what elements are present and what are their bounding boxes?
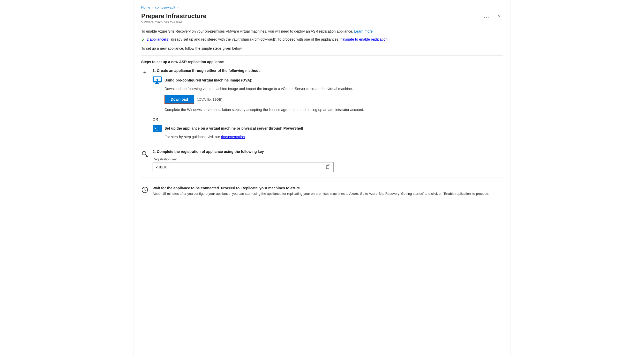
copy-key-button[interactable] — [323, 162, 333, 172]
method-ps-block: >_ Set up the appliance on a virtual mac… — [153, 124, 503, 140]
success-row: ✔ 2 appliance(s) already set up and regi… — [141, 37, 503, 43]
step-1-icon: + — [141, 69, 148, 76]
method-ova-title: Using pre-configured virtual machine ima… — [164, 78, 252, 82]
copy-icon — [326, 165, 330, 169]
breadcrumb-home[interactable]: Home — [141, 5, 150, 9]
prepare-infrastructure-panel: Home > contoso-vault > Prepare Infrastru… — [133, 0, 511, 357]
main-info-text: To enable Azure Site Recovery on your on… — [141, 29, 503, 34]
success-middle: already set up and registered with the v… — [169, 37, 340, 41]
documentation-link[interactable]: documentation — [221, 135, 245, 139]
step-1-heading: 1: Create an appliance through either of… — [153, 69, 503, 73]
wait-content: Wait for the appliance to be connected. … — [153, 186, 503, 196]
method-ova-desc: Download the following virtual machine i… — [164, 86, 503, 92]
svg-rect-2 — [156, 82, 158, 83]
install-note: Complete the Windows server installation… — [164, 107, 503, 113]
main-info-span: To enable Azure Site Recovery on your on… — [141, 29, 353, 33]
more-options-button[interactable]: ... — [482, 12, 491, 20]
step-1-content: 1: Create an appliance through either of… — [153, 69, 503, 144]
navigate-link[interactable]: navigate to enable replication. — [340, 37, 388, 41]
key-icon-container — [141, 150, 148, 157]
breadcrumb-vault[interactable]: contoso-vault — [155, 5, 175, 9]
success-text: 2 appliance(s) already set up and regist… — [147, 37, 388, 42]
page-subtitle: VMware machines to Azure — [141, 20, 482, 24]
method-ova-header: Using pre-configured virtual machine ima… — [153, 76, 503, 84]
panel-body: To enable Azure Site Recovery on your on… — [141, 29, 503, 196]
learn-more-link[interactable]: Learn more — [354, 29, 373, 33]
check-icon: ✔ — [141, 37, 145, 43]
setup-text: To set up a new appliance, follow the si… — [141, 46, 503, 51]
method-ps-desc: For step-by-step guidance visit our docu… — [164, 134, 503, 140]
wait-section: Wait for the appliance to be connected. … — [141, 182, 503, 196]
download-note: (.OVA file, 12GB) — [197, 98, 222, 101]
appliances-link[interactable]: 2 appliance(s) — [147, 37, 169, 41]
svg-rect-12 — [326, 166, 329, 169]
ps-desc-text: For step-by-step guidance visit our — [164, 135, 221, 139]
method-ps-header: >_ Set up the appliance on a virtual mac… — [153, 124, 503, 132]
step-2-row: 2: Complete the registration of applianc… — [141, 150, 503, 172]
divider-1 — [141, 55, 503, 56]
download-button[interactable]: Download — [164, 95, 194, 104]
divider-2 — [141, 177, 503, 177]
key-section: Registration key — [153, 157, 503, 172]
steps-heading: Steps to set up a new ASR replication ap… — [141, 60, 503, 64]
breadcrumb-sep1: > — [152, 6, 154, 9]
page-title: Prepare Infrastructure — [141, 12, 482, 20]
method-ps-title: Set up the appliance on a virtual machin… — [164, 126, 303, 130]
powershell-icon: >_ — [153, 124, 162, 132]
clock-icon — [141, 187, 148, 193]
download-row: Download (.OVA file, 12GB) — [164, 95, 503, 104]
step-1-row: + 1: Create an appliance through either … — [141, 69, 503, 144]
panel-title-group: Prepare Infrastructure VMware machines t… — [141, 12, 482, 24]
svg-text:>_: >_ — [154, 126, 158, 131]
key-icon — [141, 151, 148, 157]
close-button[interactable]: × — [496, 13, 503, 20]
key-input-row — [153, 162, 334, 172]
breadcrumb: Home > contoso-vault > — [141, 5, 503, 9]
svg-point-7 — [142, 151, 146, 155]
panel-header-actions: ... × — [482, 12, 503, 20]
plus-icon: + — [143, 69, 147, 76]
svg-rect-3 — [155, 83, 159, 84]
ova-monitor-icon — [153, 76, 162, 84]
clock-icon-container — [141, 186, 148, 193]
breadcrumb-sep2: > — [177, 6, 178, 9]
key-input[interactable] — [153, 163, 323, 171]
step-2-heading: 2: Complete the registration of applianc… — [153, 150, 503, 154]
wait-title: Wait for the appliance to be connected. … — [153, 186, 503, 190]
or-label: OR — [153, 117, 503, 121]
method-ova-block: Using pre-configured virtual machine ima… — [153, 76, 503, 113]
svg-line-15 — [145, 190, 146, 191]
key-label: Registration key — [153, 157, 503, 161]
panel-header: Prepare Infrastructure VMware machines t… — [141, 12, 503, 24]
step-2-content: 2: Complete the registration of applianc… — [153, 150, 503, 172]
wait-description: About 15 minutes after you configure you… — [153, 191, 503, 196]
